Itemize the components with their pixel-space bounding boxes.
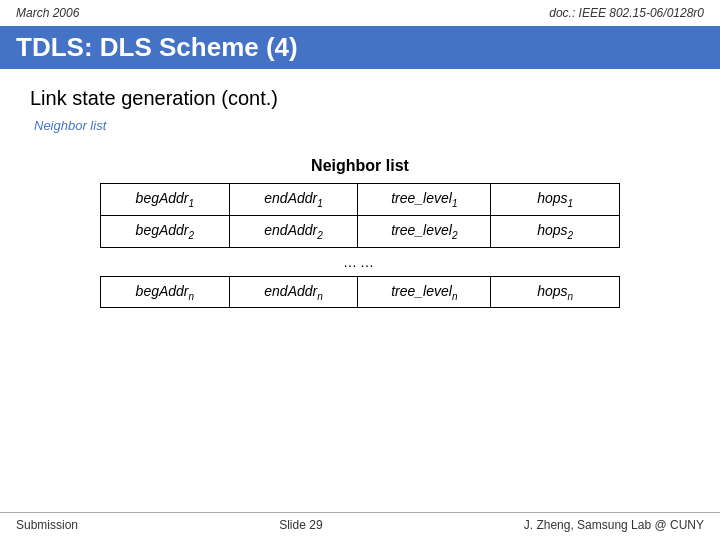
header-date: March 2006 [16,6,79,20]
footer: Submission Slide 29 J. Zheng, Samsung La… [0,512,720,532]
table-dots-row: …… [101,247,620,276]
cell-rnc1: begAddrn [101,276,230,308]
footer-center: Slide 29 [279,518,322,532]
cell-r2c3: tree_level2 [358,215,491,247]
cell-r1c2: endAddr1 [229,184,358,216]
footer-right: J. Zheng, Samsung Lab @ CUNY [524,518,704,532]
section-title: Link state generation (cont.) [30,87,690,110]
table-title: Neighbor list [311,157,409,175]
table-row: begAddrn endAddrn tree_leveln hopsn [101,276,620,308]
cell-r1c3: tree_level1 [358,184,491,216]
cell-r2c2: endAddr2 [229,215,358,247]
cell-r2c1: begAddr2 [101,215,230,247]
main-content: Link state generation (cont.) Neighbor l… [0,69,720,326]
header: March 2006 doc.: IEEE 802.15-06/0128r0 [0,0,720,26]
dots-cell: …… [101,247,620,276]
cell-rnc2: endAddrn [229,276,358,308]
cell-rnc4: hopsn [491,276,620,308]
cell-rnc3: tree_leveln [358,276,491,308]
cell-r1c4: hops1 [491,184,620,216]
table-row: begAddr1 endAddr1 tree_level1 hops1 [101,184,620,216]
cell-r2c4: hops2 [491,215,620,247]
title-text: TDLS: DLS Scheme (4) [16,32,298,62]
footer-left: Submission [16,518,78,532]
table-row: begAddr2 endAddr2 tree_level2 hops2 [101,215,620,247]
table-section: Neighbor list begAddr1 endAddr1 tree_lev… [30,157,690,308]
header-doc-ref: doc.: IEEE 802.15-06/0128r0 [549,6,704,20]
title-bar: TDLS: DLS Scheme (4) [0,26,720,69]
neighbor-label-top: Neighbor list [30,118,690,133]
cell-r1c1: begAddr1 [101,184,230,216]
neighbor-list-table: begAddr1 endAddr1 tree_level1 hops1 begA… [100,183,620,308]
